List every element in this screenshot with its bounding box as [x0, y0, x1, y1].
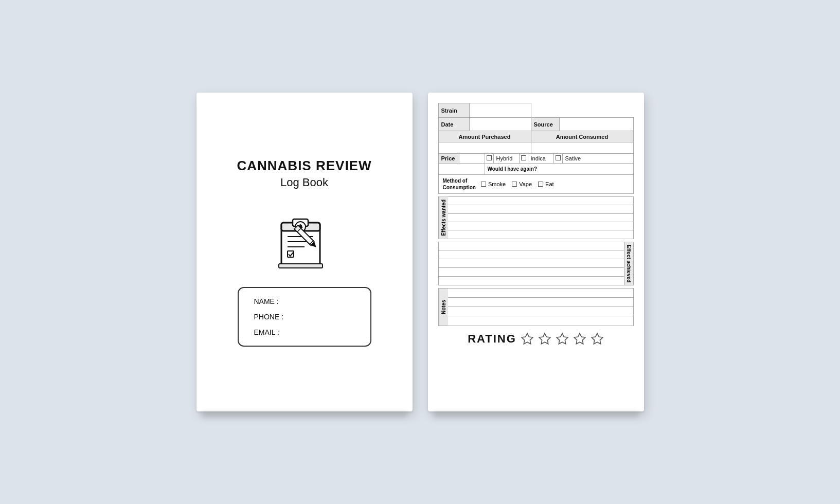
notes-lines[interactable]: [448, 289, 633, 326]
vape-option: Vape: [512, 181, 532, 187]
indica-label: Indica: [528, 154, 553, 164]
effect-achieved-lines[interactable]: [439, 242, 624, 285]
price-hybrid-table: Price Hybrid Indica Sative Would I have …: [438, 153, 634, 175]
sative-label: Sative: [562, 154, 633, 164]
smoke-checkbox[interactable]: [481, 182, 486, 187]
effect-achieved-line-4[interactable]: [439, 268, 624, 277]
email-label: EMAIL :: [254, 328, 355, 336]
star-3[interactable]: [556, 332, 569, 346]
amount-purchased-value[interactable]: [438, 142, 531, 154]
date-value[interactable]: [469, 118, 531, 131]
svg-marker-15: [557, 333, 568, 344]
smoke-label: Smoke: [488, 181, 506, 187]
info-box: NAME : PHONE : EMAIL :: [238, 287, 371, 347]
vape-label: Vape: [519, 181, 532, 187]
effects-wanted-section: Effects wanted: [438, 196, 634, 239]
effects-wanted-lines[interactable]: [448, 197, 633, 239]
would-again-label: Would I have again?: [485, 164, 633, 175]
effect-wanted-line-4[interactable]: [448, 222, 633, 230]
book-title-sub: Log Book: [237, 176, 371, 189]
method-row: Method of Consumption Smoke Vape Eat: [438, 175, 634, 194]
smoke-option: Smoke: [481, 181, 506, 187]
rating-section: RATING: [438, 332, 634, 346]
method-options: Smoke Vape Eat: [481, 181, 554, 187]
effect-achieved-line-5[interactable]: [439, 277, 624, 285]
book-icon: [271, 205, 338, 272]
effect-achieved-line-1[interactable]: [439, 242, 624, 251]
hybrid-checkbox[interactable]: [485, 154, 493, 164]
method-label-text: Method of Consumption: [443, 178, 476, 190]
price-label: Price: [438, 154, 459, 164]
left-page: CANNABIS REVIEW Log Book: [196, 93, 413, 411]
eat-option: Eat: [538, 181, 554, 187]
phone-label: PHONE :: [254, 313, 355, 321]
effect-wanted-line-2[interactable]: [448, 205, 633, 213]
sative-checkbox[interactable]: [553, 154, 562, 164]
notes-line-2[interactable]: [448, 298, 633, 307]
effect-wanted-line-3[interactable]: [448, 214, 633, 222]
price-value[interactable]: [459, 154, 485, 164]
would-again-row: Would I have again?: [438, 164, 633, 175]
effect-achieved-line-3[interactable]: [439, 259, 624, 268]
strain-value[interactable]: [469, 103, 531, 118]
star-4[interactable]: [573, 332, 586, 346]
star-5[interactable]: [591, 332, 604, 346]
book-title-main: CANNABIS REVIEW: [237, 158, 371, 174]
date-label: Date: [438, 118, 469, 131]
source-label: Source: [531, 118, 559, 131]
vape-checkbox[interactable]: [512, 182, 517, 187]
amount-header-row: Amount Purchased Amount Consumed: [438, 131, 633, 142]
amount-consumed-label: Amount Consumed: [531, 131, 633, 142]
amount-consumed-value[interactable]: [531, 142, 633, 154]
svg-rect-12: [279, 264, 323, 268]
svg-marker-16: [574, 333, 585, 344]
notes-label: Notes: [439, 289, 448, 326]
indica-checkbox[interactable]: [519, 154, 528, 164]
star-1[interactable]: [521, 332, 534, 346]
svg-marker-17: [592, 333, 603, 344]
name-label: NAME :: [254, 297, 355, 305]
strain-label: Strain: [438, 103, 469, 118]
eat-checkbox[interactable]: [538, 182, 543, 187]
notes-section: Notes: [438, 288, 634, 326]
source-value[interactable]: [559, 118, 633, 131]
eat-label: Eat: [545, 181, 554, 187]
right-page: Strain Date Source Amount Purchased Amou…: [428, 93, 644, 411]
effect-achieved-section: Effect achieved: [438, 242, 634, 285]
price-hybrid-row: Price Hybrid Indica Sative: [438, 154, 633, 164]
effect-achieved-line-2[interactable]: [439, 250, 624, 259]
notes-line-4[interactable]: [448, 316, 633, 326]
effects-wanted-label: Effects wanted: [439, 197, 448, 239]
date-source-row: Date Source: [438, 118, 633, 131]
amount-value-row: [438, 142, 633, 154]
would-again-price-space[interactable]: [438, 164, 485, 175]
book-title: CANNABIS REVIEW Log Book: [237, 158, 371, 189]
star-2[interactable]: [538, 332, 551, 346]
amount-purchased-label: Amount Purchased: [438, 131, 531, 142]
pages-container: CANNABIS REVIEW Log Book: [176, 62, 665, 442]
effect-wanted-line-5[interactable]: [448, 230, 633, 238]
hybrid-label: Hybrid: [493, 154, 519, 164]
notes-line-1[interactable]: [448, 289, 633, 298]
strain-row: Strain: [438, 103, 633, 118]
effect-wanted-line-1[interactable]: [448, 197, 633, 205]
svg-marker-13: [522, 333, 533, 344]
notes-line-3[interactable]: [448, 307, 633, 316]
rating-label: RATING: [468, 332, 516, 346]
svg-marker-14: [539, 333, 550, 344]
method-label: Method of Consumption: [443, 177, 476, 191]
strain-table: Strain Date Source Amount Purchased Amou…: [438, 103, 634, 154]
effect-achieved-label: Effect achieved: [624, 242, 633, 285]
